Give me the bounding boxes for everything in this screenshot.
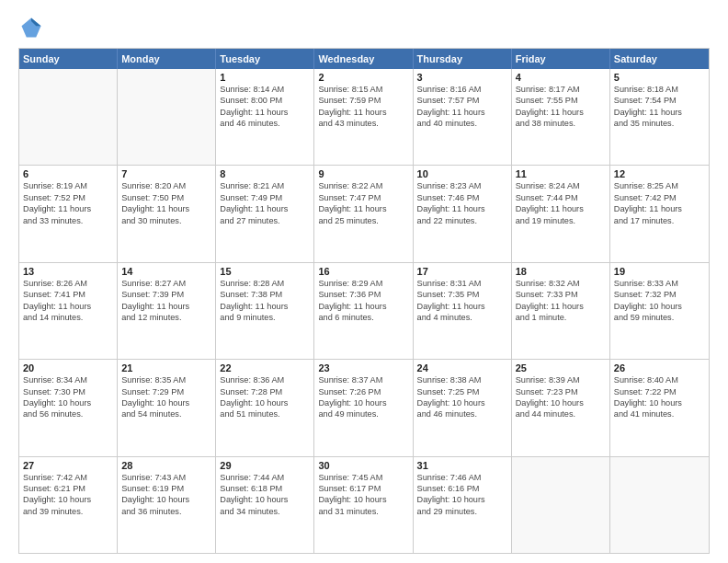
cell-line: Daylight: 11 hours: [516, 107, 606, 118]
logo: [18, 15, 48, 40]
day-number: 20: [23, 362, 113, 373]
cell-line: Daylight: 11 hours: [220, 107, 310, 118]
cell-line: Daylight: 11 hours: [417, 107, 507, 118]
cell-line: Daylight: 11 hours: [318, 107, 408, 118]
cell-line: Daylight: 10 hours: [121, 494, 211, 505]
cell-line: Sunset: 7:54 PM: [614, 95, 705, 106]
cell-line: Daylight: 11 hours: [516, 301, 606, 312]
day-cell-6: 6Sunrise: 8:19 AMSunset: 7:52 PMDaylight…: [19, 166, 118, 261]
day-number: 1: [220, 72, 310, 83]
cell-line: Daylight: 10 hours: [614, 301, 705, 312]
cell-line: and 54 minutes.: [121, 408, 211, 419]
cell-line: Sunset: 7:46 PM: [417, 192, 507, 203]
day-number: 7: [121, 168, 211, 179]
header-day-wednesday: Wednesday: [314, 49, 413, 69]
day-number: 23: [318, 362, 408, 373]
cell-line: and 36 minutes.: [121, 506, 211, 517]
day-number: 14: [121, 266, 211, 277]
day-cell-1: 1Sunrise: 8:14 AMSunset: 8:00 PMDaylight…: [216, 69, 314, 165]
empty-cell-0-1: [118, 69, 216, 165]
day-number: 26: [614, 362, 705, 373]
cell-line: Daylight: 11 hours: [121, 301, 211, 312]
cell-line: Sunrise: 7:44 AM: [220, 472, 310, 483]
cell-line: and 29 minutes.: [417, 506, 507, 517]
day-cell-3: 3Sunrise: 8:16 AMSunset: 7:57 PMDaylight…: [414, 69, 512, 165]
day-cell-5: 5Sunrise: 8:18 AMSunset: 7:54 PMDaylight…: [610, 69, 709, 165]
cell-line: Sunset: 7:29 PM: [121, 386, 211, 397]
day-number: 17: [417, 266, 507, 277]
cell-line: and 44 minutes.: [516, 408, 606, 419]
week-row-2: 13Sunrise: 8:26 AMSunset: 7:41 PMDayligh…: [19, 262, 709, 359]
day-cell-22: 22Sunrise: 8:36 AMSunset: 7:28 PMDayligh…: [216, 360, 314, 455]
day-cell-23: 23Sunrise: 8:37 AMSunset: 7:26 PMDayligh…: [314, 360, 413, 455]
cell-line: and 33 minutes.: [23, 215, 113, 226]
cell-line: and 17 minutes.: [614, 215, 705, 226]
day-cell-15: 15Sunrise: 8:28 AMSunset: 7:38 PMDayligh…: [216, 263, 314, 359]
cell-line: Sunrise: 8:32 AM: [516, 278, 606, 289]
day-cell-11: 11Sunrise: 8:24 AMSunset: 7:44 PMDayligh…: [512, 166, 610, 261]
cell-line: Sunset: 7:57 PM: [417, 95, 507, 106]
cell-line: Daylight: 10 hours: [516, 397, 606, 408]
cell-line: Sunset: 7:36 PM: [318, 289, 408, 300]
day-cell-18: 18Sunrise: 8:32 AMSunset: 7:33 PMDayligh…: [512, 263, 610, 359]
cell-line: and 27 minutes.: [220, 215, 310, 226]
cell-line: Sunset: 6:17 PM: [318, 483, 408, 494]
cell-line: Sunset: 7:35 PM: [417, 289, 507, 300]
cell-line: Sunset: 7:28 PM: [220, 386, 310, 397]
cell-line: and 38 minutes.: [516, 118, 606, 129]
cell-line: and 59 minutes.: [614, 312, 705, 323]
cell-line: and 41 minutes.: [614, 408, 705, 419]
cell-line: Sunrise: 8:27 AM: [121, 278, 211, 289]
cell-line: Sunrise: 8:22 AM: [318, 180, 408, 191]
cell-line: and 39 minutes.: [23, 506, 113, 517]
cell-line: Sunrise: 7:42 AM: [23, 472, 113, 483]
cell-line: Sunrise: 7:45 AM: [318, 472, 408, 483]
cell-line: Sunset: 7:55 PM: [516, 95, 606, 106]
day-cell-29: 29Sunrise: 7:44 AMSunset: 6:18 PMDayligh…: [216, 457, 314, 553]
calendar-body: 1Sunrise: 8:14 AMSunset: 8:00 PMDaylight…: [19, 69, 709, 553]
page: SundayMondayTuesdayWednesdayThursdayFrid…: [0, 0, 728, 563]
day-number: 29: [220, 460, 310, 471]
cell-line: Sunrise: 8:35 AM: [121, 374, 211, 385]
cell-line: and 25 minutes.: [318, 215, 408, 226]
day-number: 8: [220, 168, 310, 179]
day-number: 12: [614, 168, 705, 179]
cell-line: Sunset: 7:59 PM: [318, 95, 408, 106]
day-cell-8: 8Sunrise: 8:21 AMSunset: 7:49 PMDaylight…: [216, 166, 314, 261]
cell-line: Sunrise: 8:29 AM: [318, 278, 408, 289]
week-row-0: 1Sunrise: 8:14 AMSunset: 8:00 PMDaylight…: [19, 69, 709, 165]
calendar: SundayMondayTuesdayWednesdayThursdayFrid…: [18, 48, 710, 554]
cell-line: Sunrise: 8:33 AM: [614, 278, 705, 289]
day-cell-21: 21Sunrise: 8:35 AMSunset: 7:29 PMDayligh…: [118, 360, 216, 455]
cell-line: Daylight: 10 hours: [121, 397, 211, 408]
day-number: 15: [220, 266, 310, 277]
cell-line: and 43 minutes.: [318, 118, 408, 129]
header-day-tuesday: Tuesday: [216, 49, 314, 69]
cell-line: Daylight: 10 hours: [220, 494, 310, 505]
header-day-saturday: Saturday: [610, 49, 709, 69]
cell-line: Sunrise: 8:28 AM: [220, 278, 310, 289]
cell-line: Sunrise: 8:19 AM: [23, 180, 113, 191]
cell-line: Sunset: 7:26 PM: [318, 386, 408, 397]
cell-line: and 46 minutes.: [417, 408, 507, 419]
day-number: 11: [516, 168, 606, 179]
week-row-4: 27Sunrise: 7:42 AMSunset: 6:21 PMDayligh…: [19, 456, 709, 553]
cell-line: Sunrise: 8:14 AM: [220, 84, 310, 95]
day-number: 4: [516, 72, 606, 83]
day-number: 27: [23, 460, 113, 471]
header-day-monday: Monday: [118, 49, 216, 69]
empty-cell-0-0: [19, 69, 118, 165]
cell-line: and 56 minutes.: [23, 408, 113, 419]
day-number: 28: [121, 460, 211, 471]
cell-line: Sunrise: 8:17 AM: [516, 84, 606, 95]
day-number: 24: [417, 362, 507, 373]
cell-line: Sunset: 6:16 PM: [417, 483, 507, 494]
day-cell-9: 9Sunrise: 8:22 AMSunset: 7:47 PMDaylight…: [314, 166, 413, 261]
cell-line: Daylight: 11 hours: [121, 203, 211, 214]
day-number: 6: [23, 168, 113, 179]
cell-line: and 35 minutes.: [614, 118, 705, 129]
cell-line: Daylight: 11 hours: [417, 203, 507, 214]
day-cell-16: 16Sunrise: 8:29 AMSunset: 7:36 PMDayligh…: [314, 263, 413, 359]
cell-line: Sunrise: 8:24 AM: [516, 180, 606, 191]
cell-line: Sunset: 6:18 PM: [220, 483, 310, 494]
